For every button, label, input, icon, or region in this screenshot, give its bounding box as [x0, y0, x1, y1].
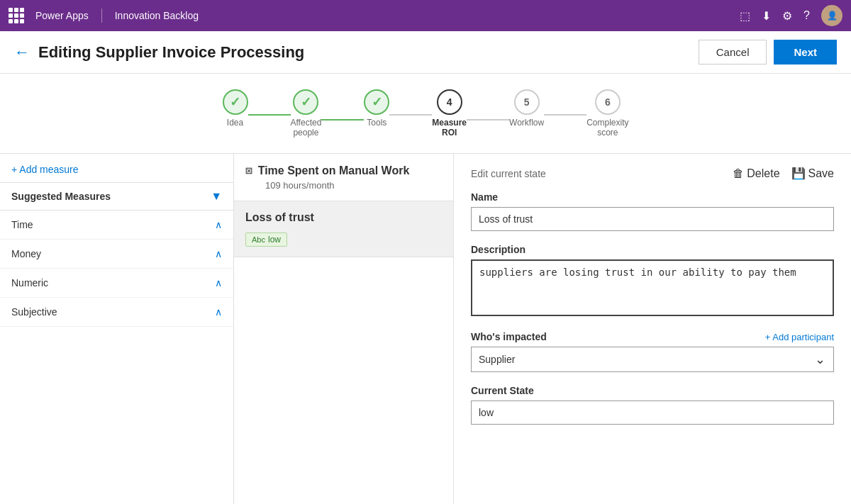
step-circle-idea: ✓ — [223, 89, 248, 115]
category-subjective-label: Subjective — [11, 306, 57, 318]
grid-icon[interactable] — [9, 8, 24, 23]
avatar[interactable]: 👤 — [821, 5, 842, 26]
cancel-button[interactable]: Cancel — [699, 40, 767, 65]
step-label-idea: Idea — [227, 118, 243, 128]
center-panel: ⊠ Time Spent on Manual Work 109 hours/mo… — [234, 154, 454, 504]
whos-impacted-select[interactable]: Supplier Customer Employee Partner — [471, 347, 834, 372]
step-wrapper-affected: ✓ Affectedpeople — [291, 89, 365, 138]
name-field-group: Name — [471, 191, 834, 231]
measure-card-trust[interactable]: Loss of trust Abc low — [234, 201, 453, 257]
suggested-measures-label: Suggested Measures — [11, 191, 111, 202]
save-action[interactable]: 💾 Save — [791, 167, 834, 180]
delete-label: Delete — [747, 167, 779, 180]
step-workflow[interactable]: 5 Workflow — [509, 89, 544, 128]
step-circle-workflow: 5 — [514, 89, 540, 115]
right-panel-header: Edit current state 🗑 Delete 💾 Save — [471, 167, 834, 180]
current-state-input[interactable] — [471, 401, 834, 425]
whos-impacted-select-wrapper: Supplier Customer Employee Partner ⌄ — [471, 347, 834, 372]
name-input[interactable] — [471, 207, 834, 231]
add-participant-button[interactable]: + Add participant — [765, 332, 834, 342]
name-label: Name — [471, 191, 834, 203]
step-wrapper-workflow: 5 Workflow — [509, 89, 586, 128]
back-button[interactable]: ← — [14, 43, 30, 62]
measure-time-title-text: Time Spent on Manual Work — [258, 164, 410, 177]
step-label-measure: MeasureROI — [432, 118, 467, 138]
category-subjective[interactable]: Subjective ∧ — [0, 298, 233, 327]
delete-icon: 🗑 — [733, 167, 744, 180]
abc-icon: Abc — [252, 235, 265, 244]
sidebar: + Add measure Suggested Measures ▼ Time … — [0, 154, 234, 504]
measure-card-time-title: ⊠ Time Spent on Manual Work — [245, 164, 442, 177]
current-state-label: Current State — [471, 385, 834, 396]
step-label-workflow: Workflow — [509, 118, 544, 128]
step-idea[interactable]: ✓ Idea — [223, 89, 248, 128]
time-measure-icon: ⊠ — [245, 164, 252, 177]
category-money[interactable]: Money ∧ — [0, 240, 233, 269]
category-money-label: Money — [11, 248, 41, 259]
connector-2 — [321, 119, 364, 121]
connector-1 — [248, 114, 291, 116]
measure-trust-badge-label: low — [268, 235, 281, 245]
connector-3 — [389, 114, 432, 116]
header-actions: Cancel Next — [699, 40, 837, 65]
settings-icon[interactable]: ⚙ — [782, 9, 792, 23]
help-icon[interactable]: ? — [803, 9, 810, 22]
step-circle-complexity: 6 — [595, 89, 621, 115]
add-measure-button[interactable]: + Add measure — [0, 154, 233, 183]
download-icon[interactable]: ⬇ — [762, 9, 771, 23]
description-textarea[interactable]: suppliers are losing trust in our abilit… — [471, 259, 834, 316]
category-numeric[interactable]: Numeric ∧ — [0, 269, 233, 298]
chevron-up-icon-subjective: ∧ — [215, 306, 222, 318]
topbar-right: ⬚ ⬇ ⚙ ? 👤 — [740, 5, 842, 26]
category-numeric-label: Numeric — [11, 277, 48, 289]
step-circle-tools: ✓ — [364, 89, 389, 115]
app-name: Power Apps — [35, 10, 89, 21]
delete-action[interactable]: 🗑 Delete — [733, 167, 779, 180]
next-button[interactable]: Next — [774, 40, 837, 65]
step-measure[interactable]: 4 MeasureROI — [432, 89, 467, 138]
connector-5 — [544, 114, 586, 116]
suggested-measures-header: Suggested Measures ▼ — [0, 183, 233, 211]
save-label: Save — [808, 167, 834, 180]
step-label-affected: Affectedpeople — [291, 118, 322, 138]
step-label-complexity: Complexityscore — [586, 118, 628, 138]
category-time-label: Time — [11, 219, 33, 230]
edit-state-label: Edit current state — [471, 168, 546, 179]
step-circle-affected: ✓ — [293, 89, 318, 115]
step-tools[interactable]: ✓ Tools — [364, 89, 389, 128]
monitor-icon[interactable]: ⬚ — [740, 9, 750, 23]
step-wrapper-idea: ✓ Idea — [223, 89, 291, 128]
category-time[interactable]: Time ∧ — [0, 211, 233, 240]
current-state-group: Current State — [471, 385, 834, 425]
page-title: Editing Supplier Invoice Processing — [38, 43, 699, 62]
filter-icon[interactable]: ▼ — [211, 190, 222, 203]
right-panel: Edit current state 🗑 Delete 💾 Save Name … — [454, 154, 851, 504]
step-label-tools: Tools — [367, 118, 386, 128]
measure-trust-badge: Abc low — [245, 233, 287, 247]
topbar: Power Apps Innovation Backlog ⬚ ⬇ ⚙ ? 👤 — [0, 0, 851, 31]
measure-trust-title-text: Loss of trust — [245, 211, 314, 224]
step-wrapper-complexity: 6 Complexityscore — [586, 89, 628, 138]
page-header: ← Editing Supplier Invoice Processing Ca… — [0, 31, 851, 74]
connector-4 — [467, 119, 509, 121]
step-affected[interactable]: ✓ Affectedpeople — [291, 89, 322, 138]
whos-impacted-group: Who's impacted + Add participant Supplie… — [471, 331, 834, 372]
save-icon: 💾 — [791, 167, 806, 180]
topbar-section-name: Innovation Backlog — [115, 10, 199, 21]
description-label: Description — [471, 244, 834, 255]
chevron-up-icon-time: ∧ — [215, 219, 222, 230]
measure-time-sub: 109 hours/month — [265, 180, 442, 191]
whos-impacted-label: Who's impacted — [471, 331, 547, 342]
measure-card-time[interactable]: ⊠ Time Spent on Manual Work 109 hours/mo… — [234, 154, 453, 201]
stepper-row: ✓ Idea ✓ Affectedpeople ✓ Tools 4 Me — [166, 84, 686, 143]
right-panel-actions: 🗑 Delete 💾 Save — [733, 167, 834, 180]
stepper: ✓ Idea ✓ Affectedpeople ✓ Tools 4 Me — [0, 74, 851, 154]
main-layout: + Add measure Suggested Measures ▼ Time … — [0, 154, 851, 504]
measure-card-trust-title: Loss of trust — [245, 211, 442, 224]
step-wrapper-measure: 4 MeasureROI — [432, 89, 509, 138]
chevron-up-icon-money: ∧ — [215, 248, 222, 259]
whos-impacted-row: Who's impacted + Add participant — [471, 331, 834, 342]
description-field-group: Description suppliers are losing trust i… — [471, 244, 834, 318]
step-complexity[interactable]: 6 Complexityscore — [586, 89, 628, 138]
topbar-divider — [101, 9, 102, 23]
